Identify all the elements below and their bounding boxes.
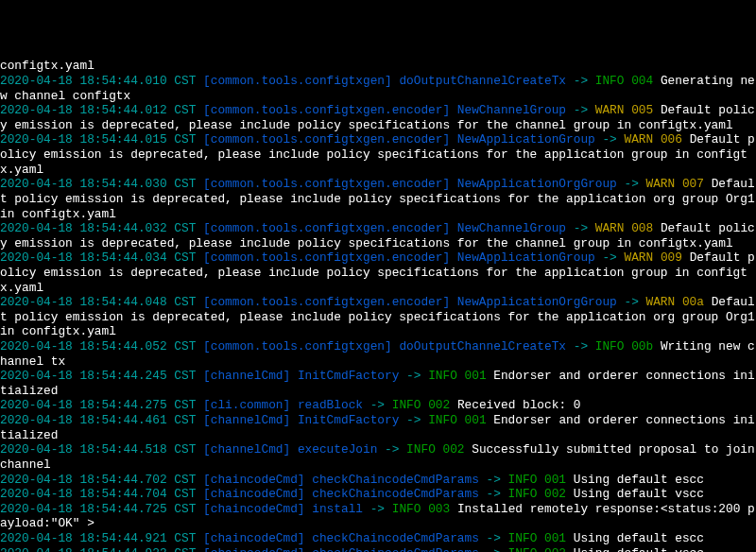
- log-timestamp: 2020-04-18 18:54:44.923 CST: [0, 546, 196, 552]
- log-module: [chaincodeCmd]: [203, 502, 305, 516]
- log-timestamp: 2020-04-18 18:54:44.245 CST: [0, 369, 196, 383]
- log-module: [chaincodeCmd]: [203, 487, 305, 501]
- log-module: [channelCmd]: [203, 442, 290, 457]
- log-line: 2020-04-18 18:54:44.245 CST [channelCmd]…: [0, 369, 756, 398]
- log-arrow: ->: [487, 473, 501, 487]
- log-function: checkChaincodeCmdParams: [312, 531, 479, 545]
- log-module: [channelCmd]: [203, 369, 290, 383]
- log-timestamp: 2020-04-18 18:54:44.012 CST: [0, 103, 196, 117]
- log-level: WARN: [624, 250, 653, 265]
- log-code: 002: [544, 546, 566, 552]
- log-timestamp: 2020-04-18 18:54:44.461 CST: [0, 413, 196, 427]
- log-level: WARN: [646, 295, 676, 309]
- log-line: 2020-04-18 18:54:44.010 CST [common.tool…: [0, 74, 756, 103]
- log-level: INFO: [508, 546, 538, 552]
- log-level: INFO: [392, 398, 421, 412]
- log-message: Using default escc: [574, 473, 704, 487]
- log-message: Using default vscc: [574, 546, 704, 552]
- log-line: 2020-04-18 18:54:44.704 CST [chaincodeCm…: [0, 487, 756, 502]
- log-level: WARN: [595, 103, 625, 117]
- log-timestamp: 2020-04-18 18:54:44.702 CST: [0, 473, 196, 487]
- log-level: INFO: [508, 473, 538, 487]
- log-level: WARN: [624, 132, 653, 147]
- log-module: [cli.common]: [203, 398, 290, 412]
- log-timestamp: 2020-04-18 18:54:44.048 CST: [0, 295, 196, 309]
- log-arrow: ->: [487, 487, 501, 501]
- log-timestamp: 2020-04-18 18:54:44.704 CST: [0, 487, 196, 501]
- log-module: [chaincodeCmd]: [203, 531, 305, 545]
- log-module: [common.tools.configtxgen.encoder]: [203, 177, 450, 191]
- log-code: 009: [661, 250, 682, 265]
- log-code: 00b: [631, 339, 653, 354]
- log-level: INFO: [428, 369, 457, 383]
- log-code: 003: [428, 502, 450, 516]
- log-line: 2020-04-18 18:54:44.725 CST [chaincodeCm…: [0, 502, 756, 531]
- terminal-output: configtx.yaml2020-04-18 18:54:44.010 CST…: [0, 59, 756, 552]
- log-timestamp: 2020-04-18 18:54:44.052 CST: [0, 339, 196, 354]
- log-level: WARN: [646, 177, 676, 191]
- log-level: INFO: [392, 502, 421, 516]
- log-timestamp: 2020-04-18 18:54:44.030 CST: [0, 177, 196, 191]
- log-code: 007: [682, 177, 704, 191]
- log-arrow: ->: [624, 295, 638, 309]
- log-timestamp: 2020-04-18 18:54:44.518 CST: [0, 442, 196, 457]
- log-module: [channelCmd]: [203, 413, 290, 427]
- log-pretext: configtx.yaml: [0, 59, 94, 73]
- log-line: 2020-04-18 18:54:44.921 CST [chaincodeCm…: [0, 531, 756, 546]
- log-timestamp: 2020-04-18 18:54:44.032 CST: [0, 221, 196, 235]
- log-code: 00a: [682, 295, 704, 309]
- log-module: [common.tools.configtxgen.encoder]: [203, 103, 450, 117]
- log-code: 006: [661, 132, 682, 147]
- log-timestamp: 2020-04-18 18:54:44.921 CST: [0, 531, 196, 545]
- log-module: [common.tools.configtxgen.encoder]: [203, 132, 450, 147]
- log-arrow: ->: [602, 250, 616, 265]
- log-timestamp: 2020-04-18 18:54:44.275 CST: [0, 398, 196, 412]
- log-timestamp: 2020-04-18 18:54:44.034 CST: [0, 250, 196, 265]
- log-arrow: ->: [385, 442, 399, 457]
- log-module: [common.tools.configtxgen.encoder]: [203, 250, 450, 265]
- log-function: checkChaincodeCmdParams: [312, 473, 479, 487]
- log-function: readBlock: [298, 398, 363, 412]
- log-arrow: ->: [406, 413, 421, 427]
- log-arrow: ->: [487, 546, 501, 552]
- log-function: NewApplicationOrgGroup: [457, 177, 617, 191]
- log-function: executeJoin: [298, 442, 377, 457]
- log-function: NewApplicationGroup: [457, 132, 595, 147]
- log-line: 2020-04-18 18:54:44.015 CST [common.tool…: [0, 132, 756, 177]
- log-line: 2020-04-18 18:54:44.052 CST [common.tool…: [0, 339, 756, 369]
- log-arrow: ->: [370, 502, 385, 516]
- log-line: 2020-04-18 18:54:44.032 CST [common.tool…: [0, 221, 756, 250]
- log-arrow: ->: [574, 221, 588, 235]
- log-message: Using default escc: [574, 531, 704, 545]
- log-level: INFO: [428, 413, 457, 427]
- log-code: 001: [465, 413, 487, 427]
- log-level: INFO: [595, 339, 625, 354]
- log-module: [common.tools.configtxgen]: [203, 339, 392, 354]
- log-line: 2020-04-18 18:54:44.923 CST [chaincodeCm…: [0, 546, 756, 552]
- log-function: NewChannelGroup: [457, 103, 566, 117]
- log-level: INFO: [406, 442, 436, 457]
- log-line: configtx.yaml: [0, 59, 756, 74]
- log-code: 001: [544, 473, 566, 487]
- log-timestamp: 2020-04-18 18:54:44.725 CST: [0, 502, 196, 516]
- log-code: 001: [465, 369, 487, 383]
- log-level: INFO: [508, 531, 538, 545]
- log-arrow: ->: [574, 74, 588, 88]
- log-arrow: ->: [602, 132, 616, 147]
- log-function: NewChannelGroup: [457, 221, 566, 235]
- log-line: 2020-04-18 18:54:44.702 CST [chaincodeCm…: [0, 473, 756, 488]
- log-function: InitCmdFactory: [298, 413, 400, 427]
- log-timestamp: 2020-04-18 18:54:44.010 CST: [0, 74, 196, 88]
- log-function: checkChaincodeCmdParams: [312, 546, 479, 552]
- log-message: Received block: 0: [457, 398, 581, 412]
- log-function: NewApplicationOrgGroup: [457, 295, 617, 309]
- log-arrow: ->: [624, 177, 638, 191]
- log-level: WARN: [595, 221, 625, 235]
- log-level: INFO: [508, 487, 538, 501]
- log-code: 005: [631, 103, 653, 117]
- log-module: [common.tools.configtxgen.encoder]: [203, 221, 450, 235]
- log-function: checkChaincodeCmdParams: [312, 487, 479, 501]
- log-timestamp: 2020-04-18 18:54:44.015 CST: [0, 132, 196, 147]
- log-code: 002: [544, 487, 566, 501]
- log-code: 002: [443, 442, 465, 457]
